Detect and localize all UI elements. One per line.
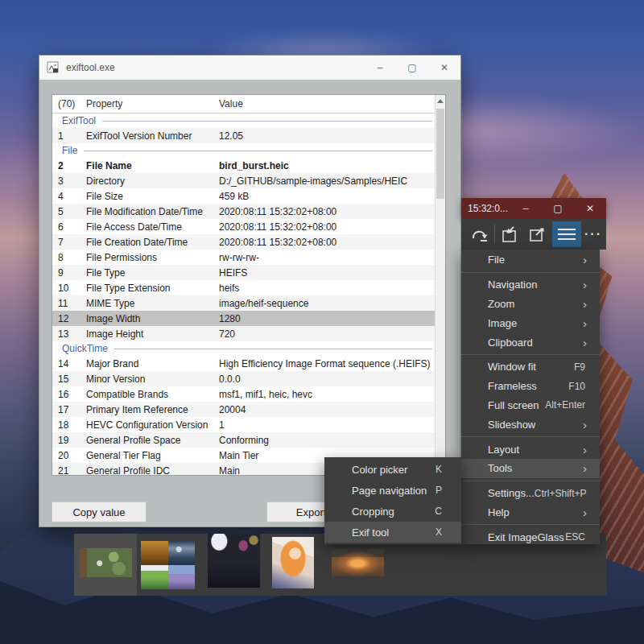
more-icon[interactable]: ··· — [584, 227, 602, 242]
submenu-item-color-picker[interactable]: Color pickerK — [324, 459, 461, 480]
submenu-item-exif-tool[interactable]: Exif toolX — [324, 522, 461, 543]
row-property: File Creation Date/Time — [86, 237, 219, 248]
anime-girl-thumbnail[interactable] — [272, 537, 314, 588]
count-column-header[interactable]: (70) — [52, 98, 86, 109]
nature-collage-thumbnail[interactable] — [141, 541, 195, 589]
table-row[interactable]: 17Primary Item Reference20004 — [52, 402, 435, 417]
row-number: 13 — [52, 328, 86, 340]
menu-item-tools[interactable]: Tools› — [461, 459, 600, 478]
row-value: bird_burst.heic — [219, 160, 435, 171]
submenu-arrow-icon: › — [583, 297, 587, 311]
table-row[interactable]: 11MIME Typeimage/heif-sequence — [52, 295, 435, 311]
close-icon[interactable]: ✕ — [428, 56, 460, 80]
menu-item-label: Exit ImageGlass — [488, 531, 565, 543]
table-row[interactable]: 13Image Height720 — [52, 326, 435, 341]
menu-shortcut: C — [435, 506, 442, 517]
row-number: 12 — [52, 313, 86, 324]
table-row[interactable]: 16Compatible Brandsmsf1, mif1, heic, hev… — [52, 386, 435, 402]
row-number: 5 — [52, 206, 86, 217]
copy-value-button[interactable]: Copy value — [52, 502, 147, 522]
property-column-header[interactable]: Property — [86, 98, 219, 109]
menu-shortcut: Alt+Enter — [545, 399, 585, 411]
row-value: D:/_GITHUB/sample-images/Samples/HEIC — [219, 175, 435, 187]
exiftool-titlebar[interactable]: exiftool.exe – ▢ ✕ — [39, 56, 460, 80]
full-screen-icon[interactable] — [525, 223, 549, 246]
night-street-thumbnail[interactable] — [208, 534, 260, 588]
table-row[interactable]: 4File Size459 kB — [52, 188, 435, 204]
menu-item-settings[interactable]: Settings...Ctrl+Shift+P — [461, 484, 600, 503]
submenu-item-cropping[interactable]: CroppingC — [324, 501, 461, 522]
value-column-header[interactable]: Value — [219, 98, 435, 109]
table-row[interactable]: 6File Access Date/Time2020:08:11 15:32:0… — [52, 219, 435, 234]
row-value: msf1, mif1, heic, hevc — [219, 389, 435, 400]
menu-shortcut: F9 — [574, 361, 585, 373]
menu-item-navigation[interactable]: Navigation› — [461, 275, 600, 295]
table-row[interactable]: 1ExifTool Version Number12.05 — [52, 128, 435, 143]
menu-item-clipboard[interactable]: Clipboard› — [461, 332, 600, 352]
table-row[interactable]: 15Minor Version0.0.0 — [52, 371, 435, 386]
row-value: 1280 — [219, 313, 435, 324]
menu-item-label: Slideshow — [488, 419, 583, 431]
menu-item-label: Color picker — [352, 464, 436, 476]
window-fit-icon[interactable] — [497, 223, 522, 246]
close-icon[interactable]: ✕ — [574, 198, 606, 219]
menu-item-help[interactable]: Help› — [461, 503, 600, 522]
submenu-item-page-navigation[interactable]: Page navigationP — [324, 480, 461, 501]
sunset-beach-thumbnail[interactable] — [332, 549, 384, 576]
menu-item-zoom[interactable]: Zoom› — [461, 295, 600, 314]
maximize-icon[interactable]: ▢ — [396, 56, 428, 80]
table-row[interactable]: 8File Permissionsrw-rw-rw- — [52, 250, 435, 265]
menu-item-slideshow[interactable]: Slideshow› — [461, 415, 600, 434]
minimize-icon[interactable]: – — [364, 56, 396, 80]
table-row[interactable]: 19General Profile SpaceConforming — [52, 432, 435, 448]
table-row[interactable]: 9File TypeHEIFS — [52, 265, 435, 280]
table-section-row-file: File — [52, 143, 435, 158]
row-value: rw-rw-rw- — [219, 252, 435, 263]
submenu-arrow-icon: › — [583, 316, 587, 330]
menu-item-file[interactable]: File› — [461, 250, 600, 270]
menu-separator — [461, 436, 600, 437]
menu-item-layout[interactable]: Layout› — [461, 440, 600, 459]
collage-quadrant — [168, 565, 196, 589]
section-divider-line — [84, 151, 432, 151]
menu-item-frameless[interactable]: FramelessF10 — [461, 377, 600, 396]
menu-shortcut: Ctrl+Shift+P — [535, 488, 587, 499]
menu-item-full-screen[interactable]: Full screenAlt+Enter — [461, 396, 600, 415]
menu-item-exit-imageglass[interactable]: Exit ImageGlassESC — [461, 527, 600, 547]
row-number: 16 — [52, 389, 86, 400]
menu-item-window-fit[interactable]: Window fitF9 — [461, 357, 600, 377]
submenu-arrow-icon: › — [583, 336, 587, 349]
row-value: heifs — [219, 283, 435, 294]
table-row[interactable]: 7File Creation Date/Time2020:08:11 15:32… — [52, 234, 435, 250]
scroll-up-icon[interactable] — [436, 95, 445, 107]
rotate-icon[interactable] — [468, 223, 492, 246]
tools-submenu: Color pickerKPage navigationPCroppingCEx… — [324, 457, 461, 544]
maximize-icon[interactable]: ▢ — [542, 198, 574, 219]
minimize-icon[interactable]: – — [510, 198, 542, 219]
table-row[interactable]: 12Image Width1280 — [52, 311, 435, 326]
menu-item-image[interactable]: Image› — [461, 313, 600, 332]
row-property: ExifTool Version Number — [86, 130, 219, 142]
imageglass-titlebar[interactable]: 15:32:0... – ▢ ✕ — [461, 198, 606, 219]
table-row[interactable]: 3DirectoryD:/_GITHUB/sample-images/Sampl… — [52, 173, 435, 188]
row-value: 20004 — [219, 404, 435, 415]
row-number: 11 — [52, 298, 86, 309]
row-property: File Type — [86, 267, 219, 279]
table-row[interactable]: 5File Modification Date/Time2020:08:11 1… — [52, 204, 435, 219]
row-property: Major Brand — [86, 358, 219, 369]
row-property: General Profile IDC — [86, 465, 219, 476]
table-header-row[interactable]: (70) Property Value — [52, 95, 435, 114]
table-scrollbar[interactable] — [435, 95, 445, 475]
table-row[interactable]: 2File Namebird_burst.heic — [52, 158, 435, 173]
table-row[interactable]: 18HEVC Configuration Version1 — [52, 417, 435, 432]
menu-hamburger-icon[interactable] — [552, 221, 581, 247]
table-row[interactable]: 10File Type Extensionheifs — [52, 280, 435, 295]
scrollbar-thumb[interactable] — [436, 109, 444, 199]
menu-item-label: Clipboard — [488, 336, 583, 349]
row-property: Directory — [86, 175, 219, 187]
table-row[interactable]: 14Major BrandHigh Efficiency Image Forma… — [52, 356, 435, 371]
row-property: File Access Date/Time — [86, 221, 219, 233]
bird-thumbnail[interactable] — [80, 548, 132, 577]
submenu-arrow-icon: › — [583, 278, 587, 291]
row-property: File Permissions — [86, 252, 219, 263]
